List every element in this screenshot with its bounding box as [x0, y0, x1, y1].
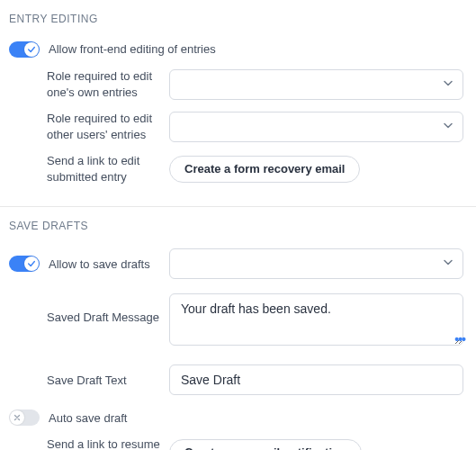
toggle-auto-save[interactable] [9, 410, 40, 426]
label-resume-link: Send a link to resume form editing [9, 436, 162, 450]
row-role-own: Role required to edit one's own entries [9, 63, 467, 105]
row-auto-save: Auto save draft [9, 400, 467, 431]
create-recovery-email-button[interactable]: Create a form recovery email [169, 156, 360, 183]
row-saved-draft-message: Saved Draft Message ••• [9, 284, 467, 354]
label-send-edit-link: Send a link to edit submitted entry [9, 153, 162, 184]
chevron-down-icon [443, 120, 454, 133]
textarea-saved-draft-message[interactable] [169, 293, 463, 346]
check-icon [24, 256, 39, 271]
input-save-draft-text[interactable] [169, 364, 463, 395]
chevron-down-icon [443, 257, 454, 271]
row-save-draft-text: Save Draft Text [9, 354, 467, 400]
toggle-allow-editing[interactable] [9, 41, 40, 58]
row-send-edit-link: Send a link to edit submitted entry Crea… [9, 148, 467, 190]
row-allow-drafts: Allow to save drafts [9, 243, 467, 284]
label-allow-editing: Allow front-end editing of entries [49, 41, 216, 58]
chevron-down-icon [443, 77, 454, 91]
row-role-other: Role required to edit other users' entri… [9, 105, 467, 148]
x-icon [10, 410, 24, 425]
section-save-drafts: SAVE DRAFTS Allow to save drafts Saved D… [0, 207, 476, 450]
label-auto-save: Auto save draft [49, 410, 127, 427]
section-entry-editing: ENTRY EDITING Allow front-end editing of… [0, 0, 476, 207]
label-role-other: Role required to edit other users' entri… [9, 111, 162, 142]
select-role-other[interactable] [169, 112, 463, 142]
section-header-save-drafts: SAVE DRAFTS [9, 216, 467, 243]
check-icon [24, 42, 39, 57]
section-header-entry-editing: ENTRY EDITING [9, 9, 467, 36]
label-save-draft-text: Save Draft Text [9, 373, 162, 389]
toggle-allow-drafts[interactable] [9, 256, 40, 272]
row-allow-editing: Allow front-end editing of entries [9, 36, 467, 63]
label-role-own: Role required to edit one's own entries [9, 68, 162, 100]
label-allow-drafts: Allow to save drafts [49, 256, 150, 273]
select-draft-page[interactable] [169, 248, 463, 279]
create-email-notification-button[interactable]: Create new email notification [169, 439, 362, 450]
row-resume-link: Send a link to resume form editing Creat… [9, 431, 467, 450]
label-saved-draft-message: Saved Draft Message [9, 293, 162, 326]
select-role-own[interactable] [169, 69, 463, 100]
